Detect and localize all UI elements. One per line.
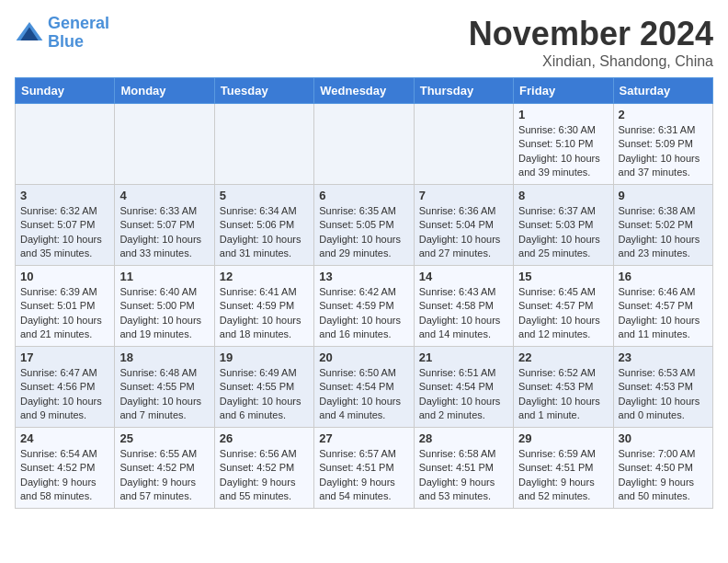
day-number: 15 <box>518 270 608 283</box>
day-number: 1 <box>518 108 608 121</box>
header: General Blue November 2024 Xindian, Shan… <box>15 15 713 70</box>
day-info: Sunrise: 6:41 AM Sunset: 4:59 PM Dayligh… <box>220 285 309 342</box>
calendar-cell: 9Sunrise: 6:38 AM Sunset: 5:02 PM Daylig… <box>613 185 712 266</box>
calendar-cell: 14Sunrise: 6:43 AM Sunset: 4:58 PM Dayli… <box>414 266 513 347</box>
day-info: Sunrise: 6:57 AM Sunset: 4:51 PM Dayligh… <box>319 447 408 504</box>
calendar-cell: 28Sunrise: 6:58 AM Sunset: 4:51 PM Dayli… <box>414 428 513 509</box>
logo-line2: Blue <box>48 32 84 51</box>
calendar-cell: 22Sunrise: 6:52 AM Sunset: 4:53 PM Dayli… <box>514 347 613 428</box>
logo: General Blue <box>15 15 109 52</box>
day-number: 17 <box>20 350 109 364</box>
day-number: 28 <box>419 431 508 445</box>
day-info: Sunrise: 6:52 AM Sunset: 4:53 PM Dayligh… <box>518 366 608 423</box>
calendar-cell: 1Sunrise: 6:30 AM Sunset: 5:10 PM Daylig… <box>514 104 613 185</box>
day-number: 18 <box>119 350 209 364</box>
day-info: Sunrise: 6:32 AM Sunset: 5:07 PM Dayligh… <box>20 204 109 261</box>
day-number: 25 <box>119 431 209 445</box>
calendar-cell: 21Sunrise: 6:51 AM Sunset: 4:54 PM Dayli… <box>414 347 513 428</box>
calendar-cell: 16Sunrise: 6:46 AM Sunset: 4:57 PM Dayli… <box>613 266 712 347</box>
calendar-cell <box>214 104 313 185</box>
day-number: 30 <box>619 431 708 445</box>
day-info: Sunrise: 6:37 AM Sunset: 5:03 PM Dayligh… <box>518 204 608 261</box>
day-number: 5 <box>220 189 309 202</box>
week-row-5: 24Sunrise: 6:54 AM Sunset: 4:52 PM Dayli… <box>16 428 713 509</box>
day-info: Sunrise: 6:55 AM Sunset: 4:52 PM Dayligh… <box>119 447 209 504</box>
logo-icon <box>15 18 44 48</box>
calendar-cell: 24Sunrise: 6:54 AM Sunset: 4:52 PM Dayli… <box>16 428 115 509</box>
calendar-cell: 2Sunrise: 6:31 AM Sunset: 5:09 PM Daylig… <box>613 104 712 185</box>
day-info: Sunrise: 6:54 AM Sunset: 4:52 PM Dayligh… <box>20 447 109 504</box>
calendar-cell: 30Sunrise: 7:00 AM Sunset: 4:50 PM Dayli… <box>613 428 712 509</box>
day-number: 29 <box>518 431 608 445</box>
day-info: Sunrise: 6:43 AM Sunset: 4:58 PM Dayligh… <box>419 285 508 342</box>
day-info: Sunrise: 6:53 AM Sunset: 4:53 PM Dayligh… <box>619 366 708 423</box>
month-title: November 2024 <box>469 15 713 53</box>
calendar-cell: 10Sunrise: 6:39 AM Sunset: 5:01 PM Dayli… <box>16 266 115 347</box>
day-info: Sunrise: 6:49 AM Sunset: 4:55 PM Dayligh… <box>220 366 309 423</box>
calendar-cell: 27Sunrise: 6:57 AM Sunset: 4:51 PM Dayli… <box>314 428 414 509</box>
day-number: 7 <box>419 189 508 202</box>
day-number: 4 <box>119 189 209 202</box>
header-row: SundayMondayTuesdayWednesdayThursdayFrid… <box>16 78 713 104</box>
day-info: Sunrise: 6:35 AM Sunset: 5:05 PM Dayligh… <box>319 204 408 261</box>
day-number: 9 <box>619 189 708 202</box>
calendar-cell: 29Sunrise: 6:59 AM Sunset: 4:51 PM Dayli… <box>514 428 613 509</box>
calendar-cell <box>115 104 214 185</box>
day-number: 3 <box>20 189 109 202</box>
day-info: Sunrise: 6:51 AM Sunset: 4:54 PM Dayligh… <box>419 366 508 423</box>
calendar-cell: 17Sunrise: 6:47 AM Sunset: 4:56 PM Dayli… <box>16 347 115 428</box>
day-info: Sunrise: 6:56 AM Sunset: 4:52 PM Dayligh… <box>220 447 309 504</box>
day-number: 6 <box>319 189 408 202</box>
logo-line1: General <box>48 14 109 32</box>
calendar-cell: 8Sunrise: 6:37 AM Sunset: 5:03 PM Daylig… <box>514 185 613 266</box>
day-number: 22 <box>518 350 608 364</box>
day-info: Sunrise: 6:36 AM Sunset: 5:04 PM Dayligh… <box>419 204 508 261</box>
day-info: Sunrise: 6:50 AM Sunset: 4:54 PM Dayligh… <box>319 366 408 423</box>
day-info: Sunrise: 6:30 AM Sunset: 5:10 PM Dayligh… <box>518 123 608 180</box>
calendar-cell: 12Sunrise: 6:41 AM Sunset: 4:59 PM Dayli… <box>214 266 313 347</box>
day-info: Sunrise: 6:58 AM Sunset: 4:51 PM Dayligh… <box>419 447 508 504</box>
title-area: November 2024 Xindian, Shandong, China <box>469 15 713 70</box>
day-number: 26 <box>220 431 309 445</box>
calendar-cell <box>414 104 513 185</box>
calendar-header: SundayMondayTuesdayWednesdayThursdayFrid… <box>16 78 713 104</box>
calendar-cell: 15Sunrise: 6:45 AM Sunset: 4:57 PM Dayli… <box>514 266 613 347</box>
day-number: 21 <box>419 350 508 364</box>
day-number: 14 <box>419 270 508 283</box>
calendar-cell: 23Sunrise: 6:53 AM Sunset: 4:53 PM Dayli… <box>613 347 712 428</box>
day-number: 11 <box>119 270 209 283</box>
day-info: Sunrise: 6:31 AM Sunset: 5:09 PM Dayligh… <box>619 123 708 180</box>
calendar-cell: 4Sunrise: 6:33 AM Sunset: 5:07 PM Daylig… <box>115 185 214 266</box>
header-cell-wednesday: Wednesday <box>314 78 414 104</box>
calendar-cell: 3Sunrise: 6:32 AM Sunset: 5:07 PM Daylig… <box>16 185 115 266</box>
calendar-table: SundayMondayTuesdayWednesdayThursdayFrid… <box>15 77 713 509</box>
header-cell-saturday: Saturday <box>613 78 712 104</box>
calendar-cell <box>16 104 115 185</box>
day-info: Sunrise: 6:40 AM Sunset: 5:00 PM Dayligh… <box>119 285 209 342</box>
week-row-3: 10Sunrise: 6:39 AM Sunset: 5:01 PM Dayli… <box>16 266 713 347</box>
day-number: 23 <box>619 350 708 364</box>
header-cell-monday: Monday <box>115 78 214 104</box>
calendar-cell: 13Sunrise: 6:42 AM Sunset: 4:59 PM Dayli… <box>314 266 414 347</box>
day-number: 20 <box>319 350 408 364</box>
day-info: Sunrise: 6:34 AM Sunset: 5:06 PM Dayligh… <box>220 204 309 261</box>
calendar-cell: 5Sunrise: 6:34 AM Sunset: 5:06 PM Daylig… <box>214 185 313 266</box>
header-cell-thursday: Thursday <box>414 78 513 104</box>
day-info: Sunrise: 6:46 AM Sunset: 4:57 PM Dayligh… <box>619 285 708 342</box>
day-number: 27 <box>319 431 408 445</box>
calendar-cell: 7Sunrise: 6:36 AM Sunset: 5:04 PM Daylig… <box>414 185 513 266</box>
calendar-cell: 20Sunrise: 6:50 AM Sunset: 4:54 PM Dayli… <box>314 347 414 428</box>
header-cell-sunday: Sunday <box>16 78 115 104</box>
week-row-4: 17Sunrise: 6:47 AM Sunset: 4:56 PM Dayli… <box>16 347 713 428</box>
day-info: Sunrise: 6:38 AM Sunset: 5:02 PM Dayligh… <box>619 204 708 261</box>
day-number: 16 <box>619 270 708 283</box>
calendar-cell <box>314 104 414 185</box>
week-row-1: 1Sunrise: 6:30 AM Sunset: 5:10 PM Daylig… <box>16 104 713 185</box>
day-info: Sunrise: 7:00 AM Sunset: 4:50 PM Dayligh… <box>619 447 708 504</box>
day-number: 13 <box>319 270 408 283</box>
day-info: Sunrise: 6:48 AM Sunset: 4:55 PM Dayligh… <box>119 366 209 423</box>
calendar-cell: 11Sunrise: 6:40 AM Sunset: 5:00 PM Dayli… <box>115 266 214 347</box>
day-info: Sunrise: 6:45 AM Sunset: 4:57 PM Dayligh… <box>518 285 608 342</box>
calendar-body: 1Sunrise: 6:30 AM Sunset: 5:10 PM Daylig… <box>16 104 713 509</box>
location-subtitle: Xindian, Shandong, China <box>469 53 713 70</box>
